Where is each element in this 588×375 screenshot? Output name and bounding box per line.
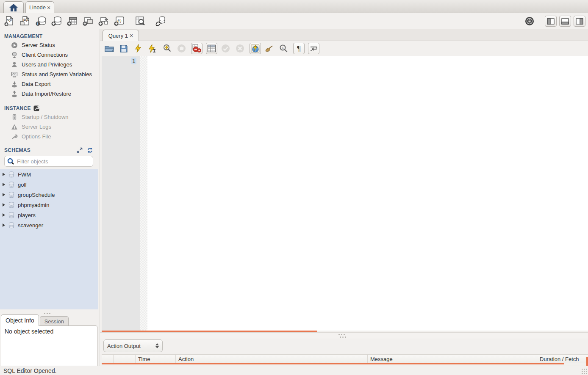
svg-text:A: A [282, 47, 284, 50]
schema-icon [8, 182, 15, 188]
column-action[interactable]: Action [176, 355, 368, 363]
wrap-text-toggle[interactable] [308, 43, 319, 54]
open-script-icon[interactable] [105, 44, 114, 53]
toggle-left-panel-button[interactable] [545, 16, 557, 27]
options-file-icon [11, 133, 18, 140]
line-number: 1 [131, 58, 136, 64]
tab-session[interactable]: Session [40, 316, 69, 326]
stop-on-error-toggle[interactable] [191, 43, 202, 54]
startup-shutdown-icon [11, 114, 18, 121]
toolbar-right-cluster [524, 13, 585, 29]
editor-toolbar: A ¶ [100, 41, 588, 56]
create-procedure-icon[interactable] [97, 15, 109, 27]
create-table-icon[interactable] [66, 15, 78, 27]
schema-filter-input[interactable] [17, 158, 92, 165]
expander-icon[interactable] [3, 203, 5, 207]
reconnect-dbms-icon[interactable] [155, 15, 166, 27]
sidebar-item-startup-shutdown[interactable]: Startup / Shutdown [0, 112, 98, 122]
editor-gutter: 1 [102, 56, 140, 331]
client-connections-icon [11, 52, 18, 58]
expander-icon[interactable] [3, 183, 5, 186]
sidebar-item-server-status[interactable]: Server Status [0, 40, 98, 50]
column-duration[interactable]: Duration / Fetch [537, 355, 588, 363]
expand-panel-icon[interactable] [77, 147, 83, 153]
search-table-data-icon[interactable] [134, 15, 146, 27]
tab-object-info[interactable]: Object Info [1, 314, 39, 326]
users-icon [11, 61, 18, 68]
toggle-right-panel-button[interactable] [574, 16, 585, 27]
explain-icon[interactable] [162, 44, 172, 53]
create-view-icon[interactable] [82, 15, 94, 27]
execute-icon[interactable] [133, 44, 143, 53]
column-message[interactable]: Message [368, 355, 537, 363]
sidebar: MANAGEMENT Server Status Client Connecti… [0, 29, 98, 366]
sidebar-item-options-file[interactable]: Options File [0, 132, 98, 141]
column-index[interactable] [114, 355, 136, 363]
schema-icon [8, 202, 15, 208]
close-icon[interactable]: × [130, 33, 133, 39]
create-function-icon[interactable]: f() [113, 15, 125, 27]
sidebar-item-users-privileges[interactable]: Users and Privileges [0, 60, 98, 69]
sidebar-item-server-logs[interactable]: Server Logs [0, 122, 98, 132]
autocommit-toggle[interactable] [250, 43, 261, 54]
sidebar-item-data-export[interactable]: Data Export [0, 79, 98, 89]
close-icon[interactable]: × [47, 5, 50, 11]
schema-item-players[interactable]: players [0, 210, 98, 220]
rollback-icon [235, 44, 244, 53]
status-text: SQL Editor Opened. [3, 367, 57, 374]
schema-item-golf[interactable]: golf [0, 179, 98, 190]
column-status[interactable] [102, 355, 114, 363]
schema-icon [8, 171, 15, 178]
splitter-handle[interactable] [338, 334, 345, 335]
find-icon[interactable]: A [279, 44, 288, 53]
server-status-icon [11, 42, 18, 49]
output-type-label: Action Output [107, 343, 141, 349]
splitter-handle[interactable] [340, 336, 346, 338]
sidebar-item-client-connections[interactable]: Client Connections [0, 50, 98, 60]
sql-editor[interactable]: 1 [100, 56, 588, 331]
open-sql-script-icon[interactable]: SQL [19, 15, 31, 27]
schema-icon [8, 212, 15, 218]
sidebar-item-data-import[interactable]: Data Import/Restore [0, 89, 98, 99]
expander-icon[interactable] [3, 193, 5, 196]
toggle-bottom-panel-button[interactable] [559, 16, 571, 27]
schema-item-fwm[interactable]: FWM [0, 169, 98, 179]
pilcrow-glyph: ¶ [297, 45, 301, 52]
expander-icon[interactable] [3, 213, 5, 217]
execute-current-statement-icon[interactable] [148, 44, 157, 53]
column-time[interactable]: Time [136, 355, 176, 363]
create-schema-icon[interactable] [50, 15, 62, 27]
svg-text:SQL: SQL [7, 19, 12, 22]
wrench-badge-icon[interactable] [33, 105, 39, 111]
new-sql-tab-icon[interactable]: SQL [3, 15, 15, 27]
query-tab-1[interactable]: Query 1 × [103, 30, 139, 41]
connection-tab-linode[interactable]: Linode × [25, 1, 54, 13]
save-script-icon[interactable] [119, 44, 128, 53]
refresh-icon[interactable] [87, 147, 93, 153]
schema-tree: FWM golf groupSchedule phpmyadmin player [0, 169, 98, 309]
sidebar-splitter-handle[interactable] [44, 313, 50, 314]
schema-inspector-icon[interactable]: i [35, 15, 47, 27]
output-scrollbar-vertical[interactable] [586, 357, 588, 367]
home-tab[interactable] [3, 1, 24, 13]
limit-rows-toggle[interactable] [206, 43, 217, 54]
sidebar-item-system-variables[interactable]: Status and System Variables [0, 69, 98, 79]
management-section-header: MANAGEMENT [0, 33, 98, 40]
main-toolbar: SQL SQL i f() [0, 13, 588, 29]
mysql-workbench-window: Linode × SQL SQL i f() [0, 0, 588, 375]
fold-margin [140, 56, 147, 331]
expander-icon[interactable] [3, 173, 5, 176]
schema-item-phpmyadmin[interactable]: phpmyadmin [0, 200, 98, 210]
output-scrollbar-horizontal[interactable] [102, 363, 564, 364]
invisible-characters-toggle[interactable]: ¶ [293, 43, 305, 54]
connection-lock-icon [524, 16, 535, 26]
data-export-icon [11, 81, 18, 88]
schema-item-scavenger[interactable]: scavenger [0, 220, 98, 230]
schema-item-groupschedule[interactable]: groupSchedule [0, 190, 98, 200]
window-resize-grip[interactable] [581, 368, 587, 374]
output-type-select[interactable]: Action Output [103, 339, 163, 352]
query-tab-label: Query 1 [108, 33, 128, 39]
beautify-icon[interactable] [264, 44, 274, 53]
query-tabbar: Query 1 × [100, 29, 588, 41]
expander-icon[interactable] [3, 223, 5, 227]
